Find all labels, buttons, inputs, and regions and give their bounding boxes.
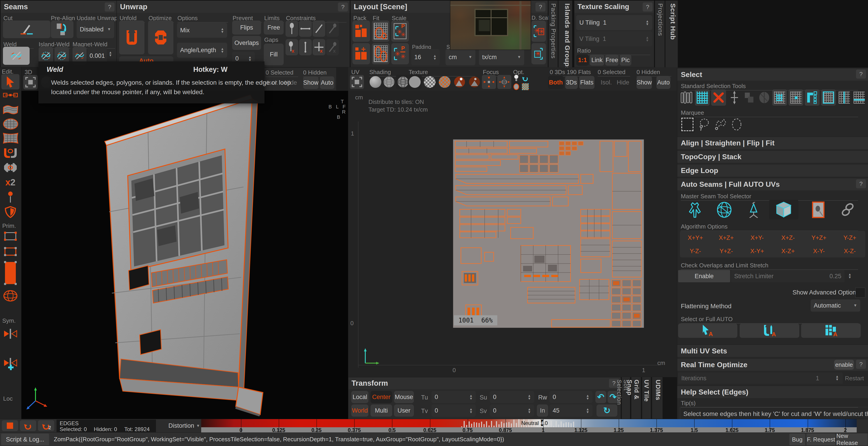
padding-spinner[interactable]: ▲▼ — [433, 54, 436, 60]
magnet-weld-spinner[interactable]: ▲▼ — [109, 51, 112, 57]
pack-move-button[interactable] — [352, 43, 370, 64]
sv-field[interactable]: 0▲▼ — [490, 405, 534, 417]
enable-button[interactable]: Enable — [678, 270, 730, 282]
uv-isolate-button[interactable]: Isol. — [599, 76, 614, 89]
angle-length-dropdown[interactable]: Angle/Length▲▼ — [177, 43, 227, 58]
texture-none-button[interactable] — [408, 75, 422, 89]
opt-sphere-button[interactable] — [512, 83, 520, 91]
rw-field[interactable]: 0▲▼ — [550, 391, 592, 403]
mouse-button[interactable]: Mouse — [394, 391, 414, 403]
fit-button-1[interactable] — [372, 21, 390, 42]
seam-organic-tool[interactable] — [684, 201, 706, 218]
feature-request-button[interactable]: F. Request — [807, 434, 835, 445]
seam-painting-tool[interactable] — [807, 201, 829, 218]
select-edge-chain-tool[interactable] — [805, 90, 819, 106]
unfold-button[interactable] — [119, 21, 145, 55]
ratio-pic-button[interactable]: Pic — [620, 55, 631, 66]
select-squares-tool[interactable] — [742, 90, 756, 106]
prim-rect-filled-tool[interactable] — [3, 260, 18, 286]
iterations-field[interactable]: Iterations 1 — [678, 373, 843, 384]
optimize-button[interactable] — [148, 21, 174, 55]
fit-button-2[interactable] — [372, 43, 390, 64]
rotate-ccw-button[interactable]: ↶ — [595, 391, 606, 403]
stretch-limiter-field[interactable]: Stretch Limiter 0.25 — [731, 270, 844, 282]
auto-unfold-button[interactable]: A — [740, 323, 799, 338]
texture-scaling-help-button[interactable]: ? — [643, 2, 653, 11]
focus-selection-button[interactable] — [482, 75, 496, 89]
flips-button[interactable]: Flips — [232, 21, 261, 35]
header-align[interactable]: Align | Straighten | Flip | Fit — [677, 137, 868, 149]
td-scale-button-2[interactable]: ✳ — [531, 43, 546, 64]
script-log-button[interactable]: Script & Log... — [1, 434, 49, 445]
select-clear-tool[interactable] — [711, 90, 726, 106]
show-advanced-checkbox[interactable] — [855, 288, 865, 298]
algo-xpyp[interactable]: X+Y+ — [680, 234, 710, 241]
both-button[interactable]: Both — [548, 76, 564, 89]
tu-field[interactable]: 0▲▼ — [432, 391, 476, 403]
uv-show-button[interactable]: Show — [637, 76, 652, 89]
viewport-3d[interactable]: 3D 0 Selected 0 Hidden Isol. Hide Show A… — [22, 67, 348, 419]
diagonal-constraint-button[interactable] — [313, 21, 325, 37]
ratio-1-1-button[interactable]: 1:1 — [576, 55, 589, 66]
tab-grid-snap[interactable]: Grid & Snap — [631, 377, 641, 419]
scene-unit-dropdown[interactable]: cm▼ — [445, 49, 475, 65]
in-field[interactable]: 45▲▼ — [550, 405, 592, 417]
unwrap-help-button[interactable]: ? — [338, 2, 348, 11]
select-help-button[interactable]: ? — [856, 70, 866, 78]
prim-sphere-tool[interactable] — [3, 289, 18, 303]
mix-dropdown[interactable]: Mix▲▼ — [177, 23, 227, 38]
rto-enable-button[interactable]: enable — [834, 360, 854, 370]
rotate-step-button[interactable]: ↻ — [596, 405, 617, 417]
uv-frame-button[interactable] — [350, 75, 364, 89]
algo-ypzp[interactable]: Y+Z+ — [804, 234, 834, 241]
in-chip[interactable]: In — [537, 405, 548, 417]
opt-bulb-button[interactable] — [512, 74, 520, 82]
fill-button[interactable]: Fill — [264, 43, 284, 65]
auto-select-button[interactable]: A — [678, 323, 737, 338]
header-edge-loop[interactable]: Edge Loop — [677, 164, 868, 177]
weld-button[interactable] — [3, 47, 30, 65]
select-sphere-split-tool[interactable] — [757, 90, 771, 106]
texture-image2-button[interactable] — [468, 75, 481, 89]
cut-button[interactable] — [3, 21, 51, 38]
algo-xpym[interactable]: X+Y- — [742, 234, 772, 241]
tab-udims[interactable]: UDIMs — [652, 377, 663, 419]
3d-frame-button[interactable] — [23, 75, 38, 90]
marquee-ellipse-tool[interactable] — [729, 116, 744, 133]
stretch-limiter-spinner[interactable]: ▲▼ — [848, 273, 851, 279]
select-single-tool[interactable] — [788, 90, 803, 106]
symmetry-add-tool[interactable] — [2, 357, 19, 371]
opt-refresh-button[interactable] — [521, 74, 529, 82]
shading-wire-button[interactable] — [382, 75, 396, 89]
neutral-marker-up[interactable]: ▲ — [540, 423, 544, 427]
orientation-widget[interactable]: T B L F R B — [323, 99, 347, 115]
seam-sphere-tool[interactable] — [713, 201, 735, 218]
scale-button-2[interactable]: P✳✳ — [391, 43, 409, 64]
texture-checker-button[interactable] — [423, 75, 436, 89]
uv-auto-button[interactable]: Auto — [656, 76, 671, 89]
su-field[interactable]: 0▲▼ — [490, 391, 534, 403]
header-auto-seams[interactable]: Auto Seams | Full AUTO UVs — [677, 178, 868, 191]
algo-xmyp[interactable]: X-Y+ — [742, 248, 772, 255]
header-help-select[interactable]: Help Select (Edges) — [677, 386, 868, 398]
new-release-button[interactable]: New Release — [836, 434, 868, 445]
u-tiling-spinner[interactable]: ▲▼ — [646, 20, 649, 26]
ratio-link-button[interactable]: Link — [590, 55, 604, 66]
horizontal-constraint-button[interactable] — [299, 21, 312, 37]
multi-button[interactable]: Multi — [370, 405, 392, 417]
shading-flat-button[interactable] — [369, 75, 382, 89]
td-scale-button-1[interactable]: ✳✳ — [531, 21, 546, 42]
center-button[interactable]: Center — [370, 391, 392, 403]
local-button[interactable]: Local — [351, 391, 368, 403]
algo-xpzm[interactable]: X+Z- — [773, 234, 803, 241]
3d-auto-button[interactable]: Auto — [320, 76, 334, 89]
3ds-button[interactable]: 3Ds — [565, 76, 578, 89]
select-island-tool[interactable] — [772, 90, 787, 106]
algo-xmzp[interactable]: X-Z+ — [773, 248, 803, 255]
seams-help-button[interactable]: ? — [105, 2, 115, 11]
prevent-spinner[interactable]: ▲▼ — [248, 56, 252, 61]
user-button[interactable]: User — [394, 405, 414, 417]
vertical-constraint-button[interactable] — [299, 39, 312, 55]
prealign-button[interactable] — [51, 21, 73, 38]
overlaps-button[interactable]: Overlaps — [232, 36, 261, 50]
